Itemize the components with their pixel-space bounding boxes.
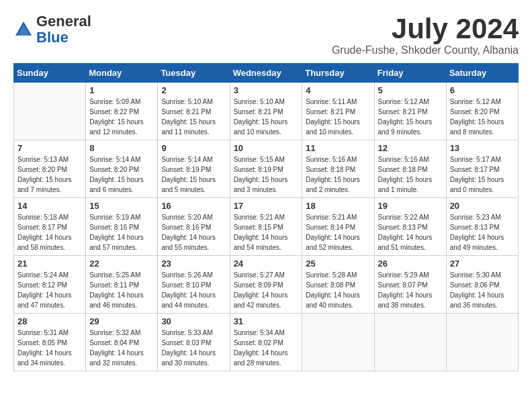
day-info: Sunrise: 5:24 AM Sunset: 8:12 PM Dayligh… — [17, 270, 82, 310]
calendar-day-cell: 23Sunrise: 5:26 AM Sunset: 8:10 PM Dayli… — [158, 256, 230, 314]
day-info: Sunrise: 5:34 AM Sunset: 8:02 PM Dayligh… — [234, 328, 299, 368]
weekday-header-sunday: Sunday — [14, 64, 86, 83]
calendar-day-cell: 8Sunrise: 5:14 AM Sunset: 8:20 PM Daylig… — [86, 140, 158, 198]
day-info: Sunrise: 5:30 AM Sunset: 8:06 PM Dayligh… — [450, 270, 515, 310]
day-number: 30 — [161, 316, 226, 326]
day-number: 6 — [450, 85, 515, 95]
day-info: Sunrise: 5:13 AM Sunset: 8:20 PM Dayligh… — [17, 154, 82, 195]
calendar-day-cell: 11Sunrise: 5:16 AM Sunset: 8:18 PM Dayli… — [302, 140, 374, 198]
calendar-day-cell: 14Sunrise: 5:18 AM Sunset: 8:17 PM Dayli… — [14, 198, 86, 256]
calendar-day-cell — [446, 314, 518, 371]
day-number: 2 — [161, 85, 226, 95]
logo: General Blue — [13, 13, 91, 46]
calendar-day-cell: 10Sunrise: 5:15 AM Sunset: 8:19 PM Dayli… — [230, 140, 302, 198]
day-number: 9 — [161, 143, 226, 153]
day-info: Sunrise: 5:32 AM Sunset: 8:04 PM Dayligh… — [89, 328, 154, 368]
day-info: Sunrise: 5:22 AM Sunset: 8:13 PM Dayligh… — [378, 212, 443, 253]
calendar-day-cell: 1Sunrise: 5:09 AM Sunset: 8:22 PM Daylig… — [86, 83, 158, 140]
day-number: 19 — [378, 201, 443, 211]
weekday-header-friday: Friday — [374, 64, 446, 83]
calendar-day-cell — [302, 314, 374, 371]
day-info: Sunrise: 5:12 AM Sunset: 8:20 PM Dayligh… — [450, 97, 515, 137]
day-info: Sunrise: 5:12 AM Sunset: 8:21 PM Dayligh… — [378, 97, 443, 137]
day-info: Sunrise: 5:20 AM Sunset: 8:16 PM Dayligh… — [161, 212, 226, 253]
calendar-day-cell: 4Sunrise: 5:11 AM Sunset: 8:21 PM Daylig… — [302, 83, 374, 140]
day-info: Sunrise: 5:15 AM Sunset: 8:19 PM Dayligh… — [234, 154, 299, 195]
day-info: Sunrise: 5:25 AM Sunset: 8:11 PM Dayligh… — [89, 270, 154, 310]
calendar-day-cell: 29Sunrise: 5:32 AM Sunset: 8:04 PM Dayli… — [86, 314, 158, 371]
logo-general-text: General — [36, 13, 91, 30]
calendar-day-cell — [14, 83, 86, 140]
calendar-day-cell: 6Sunrise: 5:12 AM Sunset: 8:20 PM Daylig… — [446, 83, 518, 140]
calendar-day-cell: 7Sunrise: 5:13 AM Sunset: 8:20 PM Daylig… — [14, 140, 86, 198]
day-number: 4 — [306, 85, 370, 95]
calendar-day-cell: 16Sunrise: 5:20 AM Sunset: 8:16 PM Dayli… — [158, 198, 230, 256]
day-number: 24 — [234, 259, 299, 269]
calendar-day-cell: 21Sunrise: 5:24 AM Sunset: 8:12 PM Dayli… — [14, 256, 86, 314]
day-number: 11 — [306, 143, 370, 153]
day-info: Sunrise: 5:29 AM Sunset: 8:07 PM Dayligh… — [378, 270, 443, 310]
day-number: 13 — [450, 143, 515, 153]
day-info: Sunrise: 5:31 AM Sunset: 8:05 PM Dayligh… — [17, 328, 82, 368]
calendar-day-cell: 28Sunrise: 5:31 AM Sunset: 8:05 PM Dayli… — [14, 314, 86, 371]
day-number: 20 — [450, 201, 515, 211]
day-info: Sunrise: 5:21 AM Sunset: 8:14 PM Dayligh… — [306, 212, 370, 253]
day-number: 1 — [89, 85, 154, 95]
calendar-week-row: 1Sunrise: 5:09 AM Sunset: 8:22 PM Daylig… — [14, 83, 519, 140]
day-info: Sunrise: 5:11 AM Sunset: 8:21 PM Dayligh… — [306, 97, 370, 137]
day-number: 7 — [17, 143, 82, 153]
title-block: July 2024 Grude-Fushe, Shkoder County, A… — [332, 13, 519, 56]
calendar-day-cell: 30Sunrise: 5:33 AM Sunset: 8:03 PM Dayli… — [158, 314, 230, 371]
calendar-day-cell: 27Sunrise: 5:30 AM Sunset: 8:06 PM Dayli… — [446, 256, 518, 314]
day-number: 23 — [161, 259, 226, 269]
day-number: 31 — [234, 316, 299, 326]
day-info: Sunrise: 5:14 AM Sunset: 8:20 PM Dayligh… — [89, 154, 154, 195]
month-title: July 2024 — [332, 13, 519, 44]
day-number: 12 — [378, 143, 443, 153]
calendar-day-cell: 24Sunrise: 5:27 AM Sunset: 8:09 PM Dayli… — [230, 256, 302, 314]
calendar-day-cell: 12Sunrise: 5:16 AM Sunset: 8:18 PM Dayli… — [374, 140, 446, 198]
day-info: Sunrise: 5:10 AM Sunset: 8:21 PM Dayligh… — [234, 97, 299, 137]
calendar-day-cell: 25Sunrise: 5:28 AM Sunset: 8:08 PM Dayli… — [302, 256, 374, 314]
weekday-header-monday: Monday — [86, 64, 158, 83]
day-number: 3 — [234, 85, 299, 95]
location-text: Grude-Fushe, Shkoder County, Albania — [332, 44, 519, 56]
calendar-table: SundayMondayTuesdayWednesdayThursdayFrid… — [13, 63, 519, 371]
calendar-day-cell: 18Sunrise: 5:21 AM Sunset: 8:14 PM Dayli… — [302, 198, 374, 256]
weekday-header-thursday: Thursday — [302, 64, 374, 83]
weekday-header-tuesday: Tuesday — [158, 64, 230, 83]
calendar-day-cell: 13Sunrise: 5:17 AM Sunset: 8:17 PM Dayli… — [446, 140, 518, 198]
calendar-day-cell: 2Sunrise: 5:10 AM Sunset: 8:21 PM Daylig… — [158, 83, 230, 140]
day-info: Sunrise: 5:23 AM Sunset: 8:13 PM Dayligh… — [450, 212, 515, 253]
day-number: 16 — [161, 201, 226, 211]
calendar-day-cell: 31Sunrise: 5:34 AM Sunset: 8:02 PM Dayli… — [230, 314, 302, 371]
day-info: Sunrise: 5:18 AM Sunset: 8:17 PM Dayligh… — [17, 212, 82, 253]
day-number: 5 — [378, 85, 443, 95]
weekday-header-saturday: Saturday — [446, 64, 518, 83]
logo-icon — [13, 19, 34, 40]
page-header: General Blue July 2024 Grude-Fushe, Shko… — [13, 13, 519, 56]
day-number: 15 — [89, 201, 154, 211]
day-info: Sunrise: 5:14 AM Sunset: 8:19 PM Dayligh… — [161, 154, 226, 195]
day-number: 18 — [306, 201, 370, 211]
day-info: Sunrise: 5:28 AM Sunset: 8:08 PM Dayligh… — [306, 270, 370, 310]
calendar-day-cell: 22Sunrise: 5:25 AM Sunset: 8:11 PM Dayli… — [86, 256, 158, 314]
day-number: 21 — [17, 259, 82, 269]
calendar-week-row: 14Sunrise: 5:18 AM Sunset: 8:17 PM Dayli… — [14, 198, 519, 256]
logo-blue-text: Blue — [36, 29, 69, 46]
day-number: 29 — [89, 316, 154, 326]
day-info: Sunrise: 5:26 AM Sunset: 8:10 PM Dayligh… — [161, 270, 226, 310]
day-info: Sunrise: 5:09 AM Sunset: 8:22 PM Dayligh… — [89, 97, 154, 137]
calendar-day-cell: 26Sunrise: 5:29 AM Sunset: 8:07 PM Dayli… — [374, 256, 446, 314]
calendar-day-cell: 3Sunrise: 5:10 AM Sunset: 8:21 PM Daylig… — [230, 83, 302, 140]
day-number: 22 — [89, 259, 154, 269]
weekday-header-wednesday: Wednesday — [230, 64, 302, 83]
calendar-week-row: 7Sunrise: 5:13 AM Sunset: 8:20 PM Daylig… — [14, 140, 519, 198]
day-number: 17 — [234, 201, 299, 211]
day-info: Sunrise: 5:16 AM Sunset: 8:18 PM Dayligh… — [378, 154, 443, 195]
day-info: Sunrise: 5:33 AM Sunset: 8:03 PM Dayligh… — [161, 328, 226, 368]
calendar-day-cell: 15Sunrise: 5:19 AM Sunset: 8:16 PM Dayli… — [86, 198, 158, 256]
day-info: Sunrise: 5:19 AM Sunset: 8:16 PM Dayligh… — [89, 212, 154, 253]
day-info: Sunrise: 5:10 AM Sunset: 8:21 PM Dayligh… — [161, 97, 226, 137]
calendar-day-cell: 5Sunrise: 5:12 AM Sunset: 8:21 PM Daylig… — [374, 83, 446, 140]
